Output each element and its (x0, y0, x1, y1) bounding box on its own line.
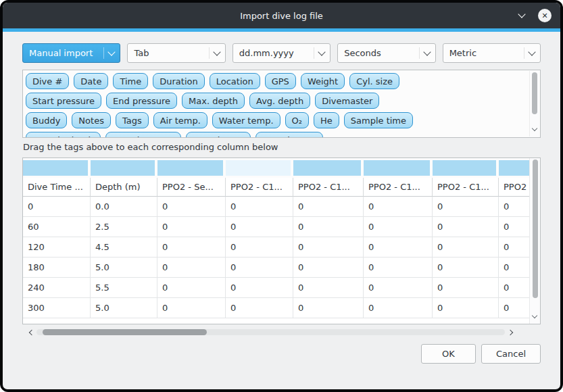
horizontal-scroll-thumb[interactable] (43, 329, 207, 335)
drag-tag-water-temp[interactable]: Water temp. (212, 112, 280, 128)
drag-tag-buddy[interactable]: Buddy (26, 112, 67, 128)
drag-tag-avg-depth[interactable]: Avg. depth (249, 93, 310, 109)
cancel-button[interactable]: Cancel (481, 344, 541, 364)
table-cell: 0 (293, 217, 364, 237)
table-cell: 0 (157, 197, 226, 217)
drag-tag-tags[interactable]: Tags (116, 112, 149, 128)
table-row: 2405.5000000 (23, 278, 529, 298)
table-row: 602.5000000 (23, 217, 529, 237)
drop-target-cell[interactable] (433, 158, 499, 178)
tag-pool-scrollbar[interactable] (529, 71, 539, 137)
drop-target-cell[interactable] (23, 158, 91, 178)
table-vertical-scrollbar[interactable] (529, 158, 540, 324)
close-icon: ✕ (541, 12, 547, 20)
table-cell: 0 (293, 258, 364, 278)
drag-tag-gps[interactable]: GPS (265, 73, 296, 89)
drop-target-cell[interactable] (91, 158, 157, 178)
table-row: 1204.5000000 (23, 237, 529, 258)
drop-target-cell[interactable] (157, 158, 226, 178)
chevron-right-icon (507, 329, 512, 335)
tag-pool-scrollbar-thumb[interactable] (532, 72, 537, 114)
table-horizontal-scrollbar[interactable] (26, 327, 515, 337)
chevron-down-icon (528, 48, 535, 55)
titlebar[interactable]: Import dive log file ✕ (3, 3, 560, 28)
scroll-down-arrow[interactable] (533, 308, 537, 320)
import-preview-table: Dive Time ...Depth (m)PPO2 - Se...PPO2 -… (23, 158, 529, 318)
drag-tag-end-pressure[interactable]: End pressure (106, 93, 177, 109)
drag-tag-he[interactable]: He (314, 112, 339, 128)
table-cell: 300 (23, 298, 91, 318)
table-cell: 0 (157, 278, 226, 298)
table-cell: 5.5 (91, 278, 157, 298)
drag-tag-sample-cns[interactable]: Sample CNS (255, 132, 323, 138)
field-separator-select[interactable]: Tab (127, 43, 225, 63)
table-cell: 0 (499, 298, 529, 318)
instruction-label: Drag the tags above to each correspondin… (23, 142, 278, 152)
table-scrollbar-thumb[interactable] (533, 160, 538, 298)
table-cell: 0 (293, 237, 364, 258)
drag-tag-duration[interactable]: Duration (153, 73, 204, 89)
scroll-right-arrow[interactable] (507, 327, 515, 337)
table-cell: 2.5 (91, 217, 157, 237)
table-cell: 180 (23, 258, 91, 278)
drag-tag-sample-time[interactable]: Sample time (344, 112, 413, 128)
ok-button[interactable]: OK (421, 344, 476, 364)
drag-tag-sample-depth[interactable]: Sample depth (26, 132, 101, 138)
drag-tag-max-depth[interactable]: Max. depth (182, 93, 245, 109)
duration-format-select[interactable]: Seconds (337, 43, 435, 63)
horizontal-scroll-track[interactable] (36, 329, 505, 335)
table-viewport: Dive Time ...Depth (m)PPO2 - Se...PPO2 -… (23, 158, 529, 324)
drag-tag-sample-po[interactable]: Sample pO₂ (186, 132, 251, 138)
window-close-button[interactable]: ✕ (538, 9, 552, 22)
drag-tag-weight[interactable]: Weight (301, 73, 345, 89)
chevron-down-icon (532, 313, 537, 318)
column-header: PPO2 - C1... (433, 178, 499, 197)
scroll-left-arrow[interactable] (26, 327, 34, 337)
chevron-left-icon (28, 329, 34, 335)
tag-pool: Dive #DateTimeDurationLocationGPSWeightC… (26, 73, 527, 138)
chevron-down-icon (532, 126, 537, 131)
table-cell: 0 (157, 298, 226, 318)
drag-tag-divemaster[interactable]: Divemaster (315, 93, 379, 109)
units-select[interactable]: Metric (443, 43, 541, 63)
table-row: 1805.0000000 (23, 258, 529, 278)
drag-tag-dive[interactable]: Dive # (26, 73, 69, 89)
drop-target-cell[interactable] (226, 158, 293, 178)
window-shade-button[interactable] (516, 9, 528, 22)
table-cell: 4.5 (91, 237, 157, 258)
table-cell: 0 (499, 217, 529, 237)
drag-tag-air-temp[interactable]: Air temp. (153, 112, 207, 128)
drag-tag-time[interactable]: Time (113, 73, 148, 89)
drop-target-cell[interactable] (364, 158, 433, 178)
import-type-select[interactable]: Manual import (22, 43, 120, 63)
drag-tag-sample-press[interactable]: Sample press. (105, 132, 181, 138)
drop-target-cell[interactable] (499, 158, 529, 178)
column-header: PPO2 - C1... (499, 178, 529, 197)
tag-row: BuddyNotesTagsAir temp.Water temp.O₂HeSa… (26, 112, 527, 128)
drag-tag-location[interactable]: Location (210, 73, 260, 89)
chevron-down-icon (318, 48, 326, 55)
column-header: PPO2 - Se... (157, 178, 226, 197)
date-format-select[interactable]: dd.mm.yyyy (232, 43, 331, 63)
drag-tag-notes[interactable]: Notes (72, 112, 111, 128)
drag-tag-cyl-size[interactable]: Cyl. size (349, 73, 399, 89)
drag-tag-start-pressure[interactable]: Start pressure (26, 93, 101, 109)
titlebar-buttons: ✕ (516, 3, 552, 28)
column-header: PPO2 - C1... (293, 178, 364, 197)
chevron-down-icon (213, 48, 220, 55)
drop-target-row (23, 158, 529, 178)
table-cell: 240 (23, 278, 91, 298)
scroll-down-arrow[interactable] (533, 120, 537, 133)
table-cell: 0 (293, 278, 364, 298)
drag-tag-date[interactable]: Date (74, 73, 108, 89)
column-header: PPO2 - C1... (226, 178, 293, 197)
drag-tag-o[interactable]: O₂ (285, 112, 309, 128)
tag-row: Sample depthSample press.Sample pO₂Sampl… (26, 132, 527, 138)
table-cell: 0 (157, 217, 226, 237)
drop-target-cell[interactable] (293, 158, 364, 178)
import-options-row: Manual import Tab dd.mm.yyyy Seconds Met… (22, 43, 541, 63)
units-value: Metric (449, 48, 476, 58)
table-cell: 0 (226, 258, 293, 278)
table-cell: 0 (226, 197, 293, 217)
table-cell: 0.0 (91, 197, 157, 217)
